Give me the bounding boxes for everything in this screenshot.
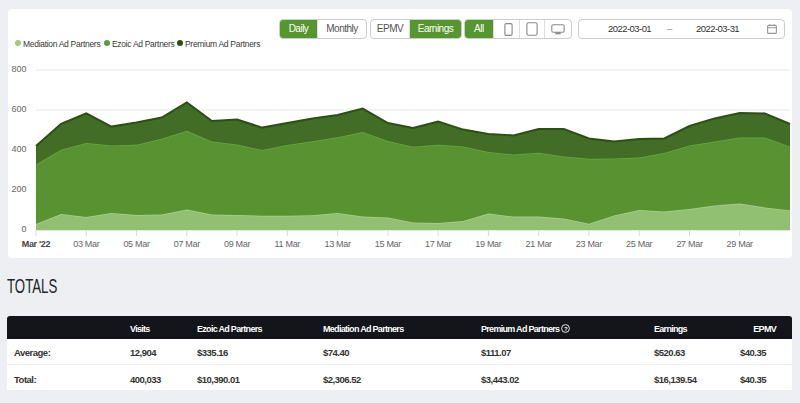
svg-text:03 Mar: 03 Mar [73,239,100,249]
svg-text:0: 0 [21,224,26,234]
svg-text:23 Mar: 23 Mar [576,239,603,249]
svg-text:15 Mar: 15 Mar [375,239,402,249]
svg-text:13 Mar: 13 Mar [324,239,351,249]
svg-text:27 Mar: 27 Mar [676,239,703,249]
svg-text:29 Mar: 29 Mar [727,239,754,249]
svg-text:21 Mar: 21 Mar [526,239,553,249]
svg-text:Mar '22: Mar '22 [22,239,51,249]
svg-text:07 Mar: 07 Mar [174,239,201,249]
svg-text:09 Mar: 09 Mar [224,239,251,249]
svg-text:19 Mar: 19 Mar [475,239,502,249]
svg-text:200: 200 [11,184,26,194]
svg-text:800: 800 [11,64,26,74]
svg-text:11 Mar: 11 Mar [275,239,301,249]
svg-text:?: ? [564,325,568,331]
svg-text:600: 600 [11,104,26,114]
svg-text:17 Mar: 17 Mar [425,239,452,249]
svg-text:05 Mar: 05 Mar [123,239,150,249]
svg-text:25 Mar: 25 Mar [626,239,653,249]
svg-text:400: 400 [11,144,26,154]
